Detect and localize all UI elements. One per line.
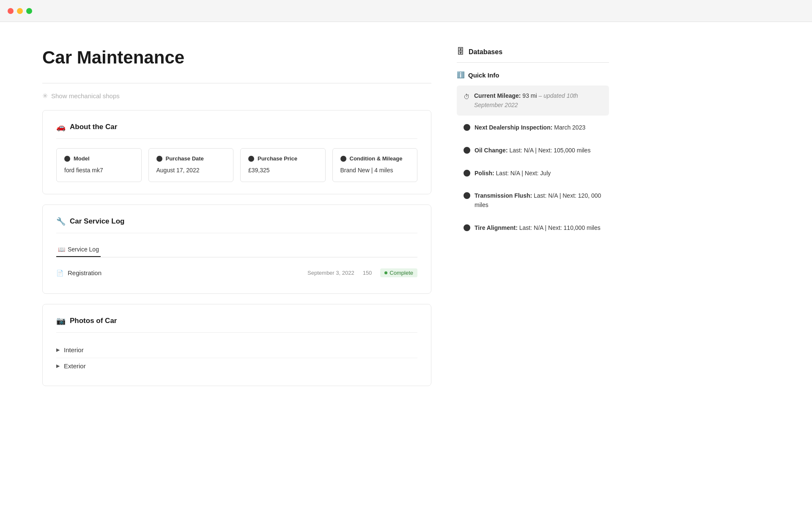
about-car-title: About the Car <box>70 123 117 131</box>
photos-title: Photos of Car <box>70 317 117 325</box>
service-tab-bar: 📖 Service Log <box>56 243 417 257</box>
service-log-section: 🔧 Car Service Log 📖 Service Log 📄 Regist… <box>42 204 431 294</box>
polish-text: Polish: Last: N/A | Next: July <box>475 169 551 178</box>
condition-mileage-value: Brand New | 4 miles <box>340 166 410 175</box>
radio-filled-alignment <box>464 224 470 231</box>
status-label: Complete <box>390 270 413 276</box>
quick-info-header: ℹ️ Quick Info <box>457 71 609 79</box>
exterior-arrow-icon: ▶ <box>56 363 60 369</box>
mileage-text: Current Mileage: 93 mi – updated 10th Se… <box>474 91 602 110</box>
about-car-header: 🚗 About the Car <box>56 122 417 139</box>
purchase-date-header: Purchase Date <box>156 155 226 162</box>
inspection-label: Next Dealership Inspection: <box>475 124 552 131</box>
inspection-text: Next Dealership Inspection: March 2023 <box>475 123 585 133</box>
quick-info-inspection: Next Dealership Inspection: March 2023 <box>457 117 609 138</box>
oil-value: Last: N/A | Next: 105,000 miles <box>509 147 590 154</box>
left-content: Car Maintenance ✳ Show mechanical shops … <box>42 47 431 396</box>
alignment-value: Last: N/A | Next: 110,000 miles <box>519 224 601 231</box>
photos-header: 📷 Photos of Car <box>56 316 417 333</box>
quick-info-label: Quick Info <box>468 72 499 79</box>
interior-toggle[interactable]: ▶ Interior <box>56 342 417 358</box>
service-row-name: Registration <box>68 269 307 276</box>
radio-icon-price <box>248 156 254 162</box>
about-car-section: 🚗 About the Car Model ford fiesta mk7 Pu… <box>42 110 431 194</box>
condition-mileage-card: Condition & Mileage Brand New | 4 miles <box>332 148 418 182</box>
model-label: Model <box>74 155 90 162</box>
service-icon: 🔧 <box>56 217 66 226</box>
quick-info-polish: Polish: Last: N/A | Next: July <box>457 163 609 184</box>
transmission-text: Transmission Flush: Last: N/A | Next: 12… <box>475 191 602 210</box>
model-header: Model <box>64 155 134 162</box>
mileage-value: 93 mi <box>522 92 538 99</box>
car-icon: 🚗 <box>56 122 66 132</box>
inspection-value: March 2023 <box>554 124 585 131</box>
purchase-date-label: Purchase Date <box>166 155 204 162</box>
right-sidebar: 🗄 Databases ℹ️ Quick Info ⏱ Current Mile… <box>457 47 609 396</box>
condition-mileage-header: Condition & Mileage <box>340 155 410 162</box>
purchase-date-value: August 17, 2022 <box>156 166 226 175</box>
alignment-text: Tire Alignment: Last: N/A | Next: 110,00… <box>475 224 601 233</box>
condition-mileage-label: Condition & Mileage <box>350 155 403 162</box>
purchase-price-label: Purchase Price <box>258 155 297 162</box>
service-row-date: September 3, 2022 <box>307 270 354 276</box>
quick-info-alignment: Tire Alignment: Last: N/A | Next: 110,00… <box>457 218 609 239</box>
show-shops-label: Show mechanical shops <box>51 92 120 99</box>
service-log-tab-label: Service Log <box>68 246 99 253</box>
status-badge: Complete <box>380 268 417 277</box>
service-row-number: 150 <box>363 270 372 276</box>
service-log-tab[interactable]: 📖 Service Log <box>56 243 101 257</box>
radio-icon-date <box>156 156 162 162</box>
oil-text: Oil Change: Last: N/A | Next: 105,000 mi… <box>475 146 590 155</box>
camera-icon: 📷 <box>56 316 66 326</box>
purchase-price-header: Purchase Price <box>248 155 318 162</box>
model-card: Model ford fiesta mk7 <box>56 148 142 182</box>
databases-icon: 🗄 <box>457 47 464 56</box>
info-icon: ℹ️ <box>457 71 465 79</box>
quick-info-oil: Oil Change: Last: N/A | Next: 105,000 mi… <box>457 140 609 161</box>
speedometer-icon: ⏱ <box>464 92 470 102</box>
service-log-title: Car Service Log <box>70 217 124 226</box>
titlebar <box>0 0 812 22</box>
exterior-toggle[interactable]: ▶ Exterior <box>56 358 417 374</box>
quick-info-mileage: ⏱ Current Mileage: 93 mi – updated 10th … <box>457 86 609 116</box>
interior-arrow-icon: ▶ <box>56 347 60 353</box>
car-info-grid: Model ford fiesta mk7 Purchase Date Augu… <box>56 148 417 182</box>
close-button[interactable] <box>8 8 14 14</box>
show-mechanical-shops[interactable]: ✳ Show mechanical shops <box>42 92 431 100</box>
purchase-date-card: Purchase Date August 17, 2022 <box>148 148 234 182</box>
databases-label: Databases <box>469 48 502 56</box>
service-log-header: 🔧 Car Service Log <box>56 217 417 233</box>
radio-icon-condition <box>340 156 346 162</box>
radio-filled-transmission <box>464 192 470 199</box>
photos-section: 📷 Photos of Car ▶ Interior ▶ Exterior <box>42 304 431 386</box>
status-dot <box>384 271 387 274</box>
purchase-price-value: £39,325 <box>248 166 318 175</box>
open-book-icon: 📖 <box>58 246 65 253</box>
purchase-price-card: Purchase Price £39,325 <box>240 148 326 182</box>
minimize-button[interactable] <box>17 8 23 14</box>
document-icon: 📄 <box>56 270 63 276</box>
radio-filled-polish <box>464 170 470 177</box>
asterisk-icon: ✳ <box>42 92 48 100</box>
radio-icon-model <box>64 156 70 162</box>
page-title: Car Maintenance <box>42 47 431 68</box>
transmission-label: Transmission Flush: <box>475 192 532 199</box>
polish-label: Polish: <box>475 170 494 177</box>
top-divider <box>42 83 431 83</box>
oil-label: Oil Change: <box>475 147 508 154</box>
main-container: Car Maintenance ✳ Show mechanical shops … <box>0 22 812 413</box>
alignment-label: Tire Alignment: <box>475 224 518 231</box>
quick-info-transmission: Transmission Flush: Last: N/A | Next: 12… <box>457 185 609 215</box>
radio-filled-oil <box>464 147 470 154</box>
model-value: ford fiesta mk7 <box>64 166 134 175</box>
interior-label: Interior <box>64 346 84 353</box>
polish-value: Last: N/A | Next: July <box>496 170 551 177</box>
databases-header: 🗄 Databases <box>457 47 609 63</box>
radio-filled-inspection <box>464 124 470 131</box>
service-row-registration[interactable]: 📄 Registration September 3, 2022 150 Com… <box>56 264 417 282</box>
maximize-button[interactable] <box>26 8 32 14</box>
mileage-label: Current Mileage: <box>474 92 521 99</box>
exterior-label: Exterior <box>64 362 86 370</box>
